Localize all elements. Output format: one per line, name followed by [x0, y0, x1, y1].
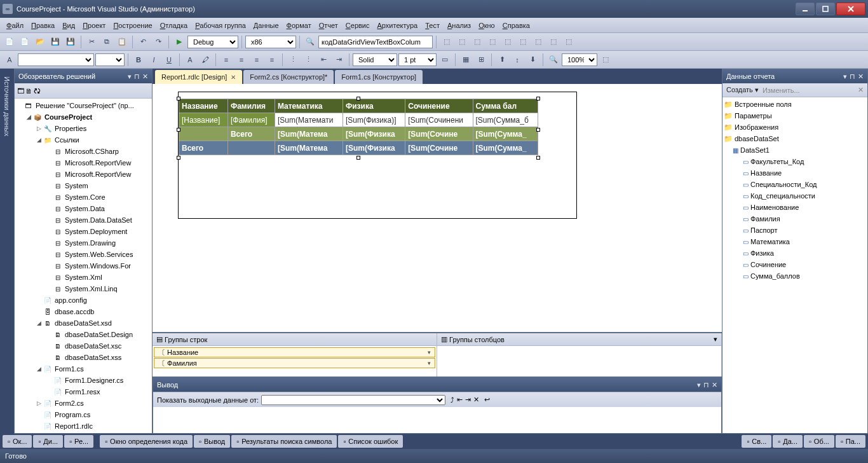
tree-item[interactable]: ⊟Microsoft.CSharp [16, 146, 151, 157]
row-group-item[interactable]: 〔 Фамилия▾ [154, 358, 435, 368]
save-icon[interactable]: 💾 [48, 35, 62, 49]
tree-item[interactable]: 🗎dbaseDataSet.xss [16, 352, 151, 363]
rd-tree-item[interactable]: Факультеты_Код [724, 156, 866, 167]
bottom-tab[interactable]: ▫Ок... [3, 435, 32, 448]
add-item-icon[interactable]: 📄 [18, 35, 32, 49]
tree-item[interactable]: ⊟System.Deployment [16, 226, 151, 237]
bgcolor-icon[interactable]: 🖍 [198, 53, 212, 67]
tablix-cell[interactable]: Всего [179, 141, 228, 155]
align-middle-icon[interactable]: ↕ [510, 53, 524, 67]
tree-item[interactable]: ◢📁Ссылки [16, 134, 151, 146]
undo-icon[interactable]: ↶ [136, 35, 150, 49]
tree-item[interactable]: ⊟System [16, 180, 151, 191]
tablix-cell[interactable]: [Sum(Сумма_ [473, 127, 538, 141]
tree-item[interactable]: ⊟System.Data [16, 203, 151, 214]
fontcolor-icon[interactable]: A [183, 53, 197, 67]
menu-анализ[interactable]: Анализ [444, 20, 475, 31]
rd-tree-item[interactable]: dbaseDataSet [724, 133, 866, 144]
paste-icon[interactable]: 📋 [115, 35, 129, 49]
save-all-icon[interactable]: 💾 [64, 35, 78, 49]
fontsize-select[interactable] [95, 53, 125, 66]
output-next-icon[interactable]: ⇥ [465, 396, 471, 404]
tablix-cell[interactable]: Фамилия [227, 99, 275, 113]
bottom-tab[interactable]: ▫Ди... [33, 435, 63, 448]
border-width-select[interactable]: 1 pt [398, 53, 437, 66]
tb-btn-9[interactable]: ⬚ [562, 35, 576, 49]
tablix-cell[interactable]: [Sum(Сумма_б [473, 113, 538, 127]
menu-справка[interactable]: Справка [499, 20, 534, 31]
close-button[interactable] [836, 3, 865, 15]
align-left-icon[interactable]: ≡ [219, 53, 233, 67]
rd-tree-item[interactable]: Паспорт [724, 225, 866, 236]
properties-icon[interactable]: 🗔 [17, 87, 24, 95]
layout-icon[interactable]: ⬚ [599, 53, 613, 67]
underline-icon[interactable]: U [162, 53, 176, 67]
zoom-select[interactable]: 100% [562, 53, 597, 66]
tablix-cell[interactable]: [Sum(Матема [275, 127, 342, 141]
tree-item[interactable]: 🗎dbaseDataSet.xsc [16, 340, 151, 352]
doc-tab[interactable]: Report1.rdlc [Design]✕ [155, 70, 242, 84]
bottom-tab[interactable]: ▫Св... [742, 435, 771, 448]
tablix-cell[interactable]: [Название] [179, 113, 228, 127]
tree-item[interactable]: 🗔Решение "CourseProject" (пр... [16, 100, 151, 111]
output-goto-icon[interactable]: ⤴ [451, 396, 454, 404]
tree-item[interactable]: ⊟System.Core [16, 191, 151, 203]
tree-item[interactable]: 📄Report1.rdlc [16, 420, 151, 432]
zoom-icon[interactable]: 🔍 [546, 53, 560, 67]
rd-new-button[interactable]: Создать ▾ [726, 86, 759, 94]
tablix-cell[interactable]: [Sum(Сумма_ [473, 141, 538, 155]
tablix-cell[interactable]: [Sum(Физика [342, 141, 405, 155]
tree-item[interactable]: 📄Program.cs [16, 409, 151, 420]
tb-btn-2[interactable]: ⬚ [455, 35, 469, 49]
menu-построение[interactable]: Построение [109, 20, 156, 31]
tablix-cell[interactable]: [Sum(Физика)] [342, 113, 405, 127]
tree-item[interactable]: ▷🔧Properties [16, 123, 151, 134]
rd-tree-item[interactable]: Наименование [724, 202, 866, 213]
tablix-cell[interactable]: Математика [275, 99, 342, 113]
platform-select[interactable]: x86 [245, 36, 296, 48]
menu-файл[interactable]: Файл [3, 20, 27, 31]
doc-tab[interactable]: Form2.cs [Конструктор]* [243, 70, 334, 84]
solution-tree[interactable]: 🗔Решение "CourseProject" (пр...◢📦CourseP… [15, 99, 152, 433]
border-style-select[interactable]: Solid [353, 53, 397, 66]
panel-dropdown-icon[interactable]: ▾ [128, 73, 132, 81]
output-wrap-icon[interactable]: ↩ [484, 396, 490, 404]
cut-icon[interactable]: ✂ [85, 35, 98, 49]
menu-формат[interactable]: Формат [283, 20, 315, 31]
tablix-cell[interactable]: [Sum(Физика [342, 127, 405, 141]
rd-tree-item[interactable]: Название [724, 167, 866, 179]
menu-правка[interactable]: Правка [27, 20, 58, 31]
tablix[interactable]: НазваниеФамилияМатематикаФизикаСочинение… [179, 99, 538, 155]
tb-btn-6[interactable]: ⬚ [516, 35, 530, 49]
rd-pin-icon[interactable]: ⊓ [850, 73, 855, 81]
tree-item[interactable]: ⊟System.Xml [16, 272, 151, 283]
rd-tree-item[interactable]: Сочинение [724, 259, 866, 270]
border-icon[interactable]: ▦ [459, 53, 473, 67]
tb-btn-8[interactable]: ⬚ [546, 35, 560, 49]
tree-item[interactable]: ◢📄Form1.cs [16, 363, 151, 375]
rd-tree-item[interactable]: DataSet1 [724, 144, 866, 156]
rd-tree-item[interactable]: Физика [724, 247, 866, 259]
tablix-cell[interactable]: [Sum(Матема [275, 141, 342, 155]
tree-item[interactable]: 🗄dbase.accdb [16, 306, 151, 317]
panel-close-icon[interactable]: ✕ [142, 73, 148, 81]
tablix-cell[interactable]: [Sum(Сочине [405, 127, 473, 141]
tablix-cell[interactable] [227, 141, 275, 155]
tab-close-icon[interactable]: ✕ [231, 74, 236, 81]
border-color-icon[interactable]: ▭ [438, 53, 452, 67]
rd-dropdown-icon[interactable]: ▾ [843, 73, 847, 81]
show-all-icon[interactable]: 🗎 [25, 87, 32, 95]
rd-tree-item[interactable]: Параметры [724, 110, 866, 121]
align-top-icon[interactable]: ⬆ [495, 53, 509, 67]
tb-btn-3[interactable]: ⬚ [470, 35, 484, 49]
menu-данные[interactable]: Данные [250, 20, 283, 31]
rd-delete-icon[interactable]: ✕ [858, 86, 864, 94]
tablix-cell[interactable] [179, 127, 228, 141]
output-prev-icon[interactable]: ⇤ [457, 396, 463, 404]
tablix-cell[interactable]: [Sum(Сочинени [405, 113, 473, 127]
tablix-cell[interactable]: Физика [342, 99, 405, 113]
open-icon[interactable]: 📂 [33, 35, 47, 49]
row-group-item[interactable]: 〔 Название▾ [154, 347, 435, 357]
bullets-icon[interactable]: ⋮ [286, 53, 300, 67]
copy-icon[interactable]: ⧉ [100, 35, 114, 49]
